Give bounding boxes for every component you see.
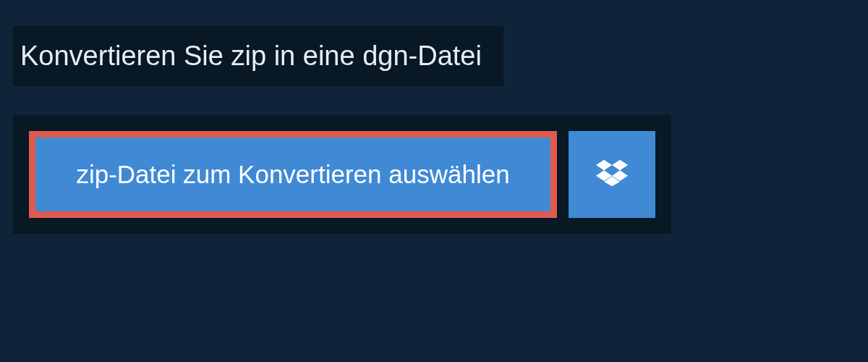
- select-file-button[interactable]: zip-Datei zum Konvertieren auswählen: [29, 131, 557, 218]
- action-panel: zip-Datei zum Konvertieren auswählen: [13, 115, 671, 234]
- page-title: Konvertieren Sie zip in eine dgn-Datei: [13, 26, 503, 86]
- select-file-button-label: zip-Datei zum Konvertieren auswählen: [76, 160, 509, 189]
- dropbox-icon: [596, 157, 628, 192]
- dropbox-button[interactable]: [569, 131, 655, 218]
- page-title-text: Konvertieren Sie zip in eine dgn-Datei: [20, 41, 482, 71]
